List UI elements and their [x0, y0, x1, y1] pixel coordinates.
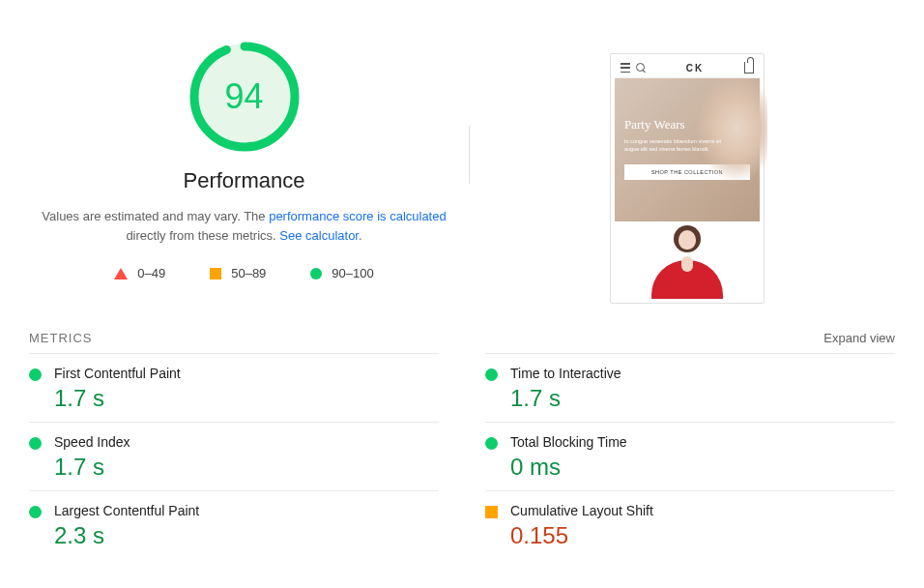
metric-si[interactable]: Speed Index 1.7 s — [29, 422, 439, 490]
metric-value: 0 ms — [510, 454, 895, 481]
square-icon — [485, 506, 498, 518]
page-screenshot: CK Party Wears In congue venenatis biben… — [610, 53, 765, 304]
metric-name: Time to Interactive — [510, 366, 895, 381]
circle-icon — [29, 437, 42, 450]
screenshot-hero: Party Wears In congue venenatis bibendum… — [615, 78, 760, 221]
metric-name: Cumulative Layout Shift — [510, 503, 895, 518]
legend-item-mid: 50–89 — [210, 266, 266, 280]
metric-name: Largest Contentful Paint — [54, 503, 439, 518]
screenshot-model — [615, 221, 760, 299]
performance-score: 94 — [187, 39, 303, 155]
legend-label: 50–89 — [231, 266, 266, 280]
expand-view-link[interactable]: Expand view — [823, 331, 895, 345]
metric-name: Total Blocking Time — [510, 434, 895, 450]
metrics-title: METRICS — [29, 331, 93, 345]
metric-name: Speed Index — [54, 434, 439, 450]
desc-text: Values are estimated and may vary. The — [42, 209, 269, 223]
performance-gauge: 94 — [187, 39, 303, 155]
hamburger-icon — [621, 63, 630, 73]
circle-icon — [485, 368, 498, 381]
metric-value: 1.7 s — [54, 454, 439, 481]
square-icon — [210, 268, 221, 279]
metric-value: 1.7 s — [54, 385, 439, 412]
desc-text: directly from these metrics. — [126, 228, 279, 243]
metric-fcp[interactable]: First Contentful Paint 1.7 s — [29, 353, 439, 422]
metric-value: 2.3 s — [54, 522, 439, 549]
legend-item-bad: 0–49 — [114, 266, 165, 280]
triangle-icon — [114, 268, 128, 279]
metrics-header: METRICS Expand view — [0, 304, 924, 353]
shopping-bag-icon — [744, 62, 754, 74]
metric-value: 1.7 s — [510, 385, 895, 412]
vertical-divider — [469, 126, 470, 184]
metric-value: 0.155 — [510, 522, 895, 549]
screenshot-logo: CK — [651, 63, 738, 74]
search-icon — [636, 63, 646, 73]
see-calculator-link[interactable]: See calculator — [279, 228, 359, 243]
circle-icon — [29, 368, 42, 381]
circle-icon — [310, 268, 322, 279]
score-column: 94 Performance Values are estimated and … — [29, 39, 459, 304]
desc-text: . — [359, 228, 362, 243]
circle-icon — [485, 437, 498, 450]
perf-score-link[interactable]: performance score is calculated — [269, 209, 447, 223]
hero-row: 94 Performance Values are estimated and … — [0, 0, 924, 304]
circle-icon — [29, 506, 42, 518]
screenshot-topbar: CK — [615, 58, 760, 78]
gauge-description: Values are estimated and may vary. The p… — [37, 207, 452, 245]
gauge-label: Performance — [184, 168, 305, 193]
legend-label: 90–100 — [332, 266, 373, 280]
legend-item-good: 90–100 — [310, 266, 373, 280]
screenshot-subtext: In congue venenatis bibendum viverra sit… — [624, 138, 731, 153]
metric-cls[interactable]: Cumulative Layout Shift 0.155 — [485, 490, 895, 559]
metric-lcp[interactable]: Largest Contentful Paint 2.3 s — [29, 490, 439, 559]
metric-tti[interactable]: Time to Interactive 1.7 s — [485, 353, 895, 422]
legend-label: 0–49 — [137, 266, 165, 280]
metric-name: First Contentful Paint — [54, 366, 439, 381]
metrics-grid: First Contentful Paint 1.7 s Time to Int… — [0, 353, 924, 559]
score-legend: 0–49 50–89 90–100 — [114, 266, 373, 280]
screenshot-column: CK Party Wears In congue venenatis biben… — [479, 39, 895, 304]
metric-tbt[interactable]: Total Blocking Time 0 ms — [485, 422, 895, 490]
